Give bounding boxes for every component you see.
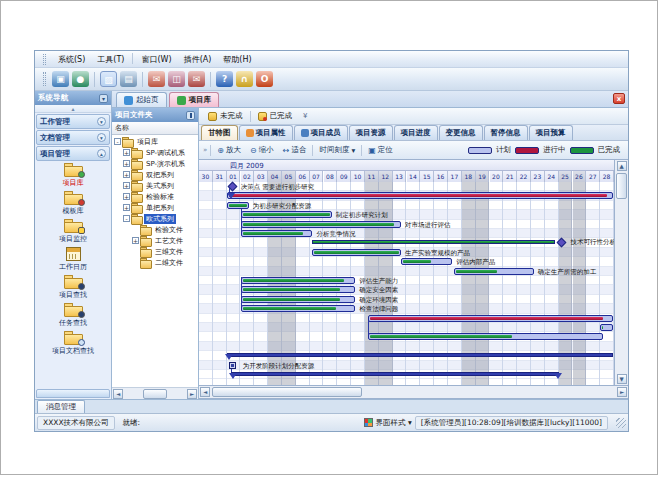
nav-group-2[interactable]: 项目管理▴ [36,146,110,161]
power-icon[interactable]: O [256,71,273,87]
zoom-in-button[interactable]: ⊕放大 [214,144,244,156]
chevron-icon[interactable]: ▾ [97,117,106,126]
gantt-task-bar[interactable] [227,202,249,209]
gantt-toolbar-overflow[interactable]: » [203,146,207,154]
gantt-task-bar[interactable] [227,192,613,199]
tree-item-11[interactable]: 二维文件 [112,257,198,268]
tree-item-4[interactable]: +美式系列 [112,180,198,191]
gantt-task-bar[interactable] [241,305,356,312]
gantt-vscroll-thumb[interactable] [616,173,627,199]
gantt-task-bar[interactable] [312,249,401,256]
menubar-grip[interactable] [43,54,46,65]
fit-button[interactable]: ↔适合 [280,144,310,156]
lock-icon[interactable]: ∩ [236,71,253,87]
gantt-task-bar[interactable] [454,268,534,275]
nav-group-partial[interactable] [36,389,110,398]
scroll-right-icon[interactable]: ► [617,387,627,397]
folder-open-icon[interactable]: ▨ [100,71,117,87]
chevron-icon[interactable]: ▴ [97,149,106,158]
desktop-icon[interactable]: ▣ [52,71,69,87]
tree-expander[interactable]: + [123,160,130,167]
sidebar-item-1[interactable]: 模板库 [38,191,108,216]
tree-expander[interactable]: + [123,182,130,189]
gantt-task-bar[interactable] [241,230,313,237]
help-icon[interactable]: ? [216,71,233,87]
tab-暂停信息[interactable]: 暂停信息 [484,125,528,140]
gantt-summary-bar[interactable] [231,372,559,376]
tree-item-7[interactable]: -欧式系列 [112,213,198,224]
scroll-left-icon[interactable]: ◄ [200,387,210,397]
nav-group-0[interactable]: 工作管理▾ [36,114,110,129]
gantt-task-bar[interactable] [241,211,332,218]
tab-甘特图[interactable]: 甘特图 [201,125,238,140]
message-management-tab[interactable]: 消息管理 [37,400,85,413]
sidebar-item-5[interactable]: 任务查找 [38,303,108,328]
tree-hscrollbar[interactable]: ◄ ► [112,387,198,399]
gantt-hscroll-thumb[interactable] [212,387,362,397]
gantt-task-bar[interactable] [241,286,356,293]
resize-grip[interactable] [616,418,626,428]
filter-unfinished-button[interactable]: 未完成 [203,110,248,122]
tree-column-header[interactable]: 名称 [112,122,198,135]
tree-expander[interactable]: + [123,149,130,156]
menu-item-4[interactable]: 帮助(H) [217,53,257,66]
filter-overflow-button[interactable]: ¥ [299,112,311,120]
tab-项目成员[interactable]: 项目成员 [294,125,348,140]
tree-expander[interactable]: + [123,171,130,178]
tab-起始页[interactable]: 起始页 [116,92,167,107]
tree-expander[interactable]: - [114,138,121,145]
locate-button[interactable]: ▣定位 [365,144,396,156]
gantt-vscrollbar[interactable]: ▲ ▼ [615,160,628,385]
gantt-task-bar[interactable] [368,333,603,340]
nav-menu-button[interactable]: ▾ [99,94,108,103]
gantt-task-bar[interactable] [241,277,356,284]
sidebar-item-6[interactable]: 项目文档查找 [38,331,108,356]
close-tab-button[interactable]: x [613,93,625,104]
tab-项目属性[interactable]: 项目属性 [239,125,293,140]
zoom-out-button[interactable]: ⊖缩小 [247,144,277,156]
report-icon[interactable]: ▤ [120,71,137,87]
tree-item-3[interactable]: +双把系列 [112,169,198,180]
gantt-grid[interactable]: 四月 2009303101020304050607080910111213141… [199,160,615,385]
gantt-hscrollbar[interactable]: ◄ ► [199,386,628,399]
tree-expander[interactable]: + [123,204,130,211]
gantt-task-bar[interactable] [600,324,612,331]
filter-finished-button[interactable]: 已完成 [253,110,298,122]
tree-item-0[interactable]: -项目库 [112,136,198,147]
globe-icon[interactable]: ● [72,71,89,87]
tree-item-9[interactable]: +工艺文件 [112,235,198,246]
menu-item-1[interactable]: 工具(T) [91,53,130,66]
mail-icon[interactable]: ✉ [148,71,165,87]
sidebar-item-4[interactable]: 项目查找 [38,275,108,300]
scroll-left-icon[interactable]: ◄ [113,389,123,399]
milestone-box-icon[interactable] [229,362,236,369]
tab-项目进度[interactable]: 项目进度 [394,125,438,140]
scroll-right-icon[interactable]: ► [187,389,197,399]
sidebar-item-2[interactable]: 项目监控 [38,219,108,244]
time-scale-dropdown[interactable]: 时间刻度▾ [316,144,358,156]
tree-hscroll-thumb[interactable] [143,389,167,399]
tab-变更信息[interactable]: 变更信息 [439,125,483,140]
gantt-summary-bar[interactable] [312,240,554,244]
tab-项目资源[interactable]: 项目资源 [349,125,393,140]
menu-item-0[interactable]: 系统(S) [52,53,91,66]
gantt-task-bar[interactable] [368,315,613,322]
tree-item-6[interactable]: +单把系列 [112,202,198,213]
sidebar-item-3[interactable]: 工作日历 [38,247,108,272]
gantt-task-bar[interactable] [401,258,452,265]
tree-expander[interactable]: + [132,237,139,244]
tree-item-2[interactable]: +SP-演示机系 [112,158,198,169]
tree-item-5[interactable]: +检验标准 [112,191,198,202]
scroll-down-icon[interactable]: ▼ [617,374,627,384]
tree-item-8[interactable]: 检验文件 [112,224,198,235]
chevron-icon[interactable]: ▾ [97,133,106,142]
gantt-summary-bar[interactable] [227,353,613,357]
gantt-task-bar[interactable] [241,221,401,228]
gantt-task-bar[interactable] [241,296,356,303]
ui-style-dropdown[interactable]: 界面样式 ▾ [376,418,412,428]
tab-项目预算[interactable]: 项目预算 [529,125,573,140]
nav-group-1[interactable]: 文档管理▾ [36,130,110,145]
menu-item-3[interactable]: 插件(A) [178,53,218,66]
scroll-up-icon[interactable]: ▲ [617,161,627,171]
mail-alert-icon[interactable]: ✉ [188,71,205,87]
